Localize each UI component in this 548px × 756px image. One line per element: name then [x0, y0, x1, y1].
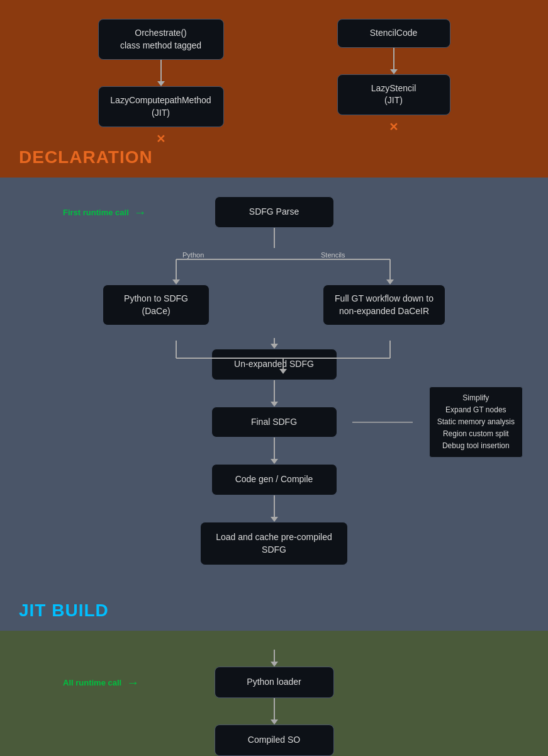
x-marker-2: ✕ — [389, 120, 398, 134]
first-runtime-text: First runtime call — [63, 208, 129, 217]
arrow-to-compiled — [274, 698, 275, 720]
first-runtime-arrow: → — [134, 205, 147, 220]
unexpanded-sdfg-box: Un-expanded SDFG — [211, 349, 337, 380]
first-runtime-label-group: First runtime call → — [63, 205, 147, 220]
orchestrate-box: Orchestrate() class method tagged — [98, 19, 224, 60]
final-sdfg-label: Final SDFG — [251, 417, 297, 427]
lazy-stencil-box: LazyStencil (JIT) — [337, 74, 450, 115]
note-line-5: Debug tool insertion — [437, 440, 515, 452]
codegen-label: Code gen / Compile — [235, 474, 313, 484]
arrow-2-1 — [393, 48, 394, 70]
python-loader-row: All runtime call → Python loader — [13, 667, 535, 698]
arrow-merge-down — [274, 338, 275, 344]
all-runtime-arrow-icon: → — [126, 675, 139, 690]
unexpanded-row: Un-expanded SDFG — [13, 349, 535, 380]
declaration-container: Orchestrate() class method tagged LazyCo… — [13, 19, 535, 146]
lazy-stencil-label: LazyStencil (JIT) — [371, 83, 417, 106]
codegen-box: Code gen / Compile — [211, 464, 337, 495]
lazy-computepath-label: LazyComputepathMethod (JIT) — [110, 95, 211, 118]
final-sdfg-box: Final SDFG — [211, 407, 337, 438]
runtime-diagram: All runtime call → Python loader Compile… — [13, 643, 535, 756]
python-to-sdfg-box: Python to SDFG (DaCe) — [103, 285, 210, 325]
note-line-1: Simplify — [437, 392, 515, 404]
gt-workflow-box: Full GT workflow down to non-expanded Da… — [323, 285, 445, 325]
orchestrate-label: Orchestrate() class method tagged — [120, 28, 201, 50]
arrow-to-codegen — [274, 437, 275, 460]
jit-section: First runtime call → SDFG Parse — [0, 178, 548, 631]
x-marker-1: ✕ — [156, 132, 165, 146]
jit-diagram: First runtime call → SDFG Parse — [13, 190, 535, 584]
arrow-to-final — [274, 380, 275, 402]
note-box: Simplify Expand GT nodes Static memory a… — [429, 386, 523, 458]
unexpanded-sdfg-label: Un-expanded SDFG — [234, 359, 314, 369]
lazy-computepath-box: LazyComputepathMethod (JIT) — [98, 86, 224, 127]
arrow-to-cache — [274, 495, 275, 517]
arrow-sdfg-parse-down — [274, 228, 275, 248]
branch-spacer-top — [13, 248, 535, 259]
python-loader-box: Python loader — [215, 667, 334, 698]
sdfg-parse-box: SDFG Parse — [215, 196, 334, 228]
final-sdfg-row: Final SDFG Simplify Expand GT nodes Stat… — [13, 407, 535, 438]
codegen-row: Code gen / Compile — [13, 464, 535, 495]
compiled-so-box: Compiled SO — [215, 725, 334, 756]
jit-label: JIT BUILD — [19, 601, 109, 621]
all-runtime-label-group: All runtime call → — [63, 675, 139, 690]
sdfg-parse-label: SDFG Parse — [249, 206, 299, 217]
first-runtime-row: First runtime call → SDFG Parse — [13, 196, 535, 228]
decl-col-1: Orchestrate() class method tagged LazyCo… — [98, 19, 224, 146]
decl-col-2: StencilCode LazyStencil (JIT) ✕ — [337, 19, 450, 146]
gt-workflow-label: Full GT workflow down to non-expanded Da… — [335, 293, 433, 316]
compiled-so-label: Compiled SO — [248, 735, 300, 745]
load-cache-row: Load and cache pre-compiled SDFG — [13, 522, 535, 565]
branch-boxes-row: Python to SDFG (DaCe) Full GT workflow d… — [13, 259, 535, 338]
stencil-code-label: StencilCode — [370, 28, 418, 38]
compiled-so-row: Compiled SO — [13, 725, 535, 756]
all-runtime-text: All runtime call — [63, 678, 121, 687]
runtime-section: All runtime call → Python loader Compile… — [0, 631, 548, 756]
note-line-2: Expand GT nodes — [437, 404, 515, 416]
load-cache-label: Load and cache pre-compiled SDFG — [216, 532, 332, 555]
arrow-1-1 — [160, 60, 162, 82]
arrow-from-jit — [274, 650, 275, 662]
declaration-section: Orchestrate() class method tagged LazyCo… — [0, 0, 548, 178]
stencil-code-box: StencilCode — [337, 19, 450, 48]
note-line-4: Region custom split — [437, 428, 515, 440]
branch-section: Python Stencils Python to SD — [13, 248, 535, 338]
python-to-sdfg-label: Python to SDFG (DaCe) — [124, 293, 188, 316]
python-loader-label: Python loader — [247, 677, 301, 687]
note-line-3: Static memory analysis — [437, 416, 515, 428]
load-cache-box: Load and cache pre-compiled SDFG — [200, 522, 347, 565]
declaration-label: DECLARATION — [19, 147, 153, 167]
